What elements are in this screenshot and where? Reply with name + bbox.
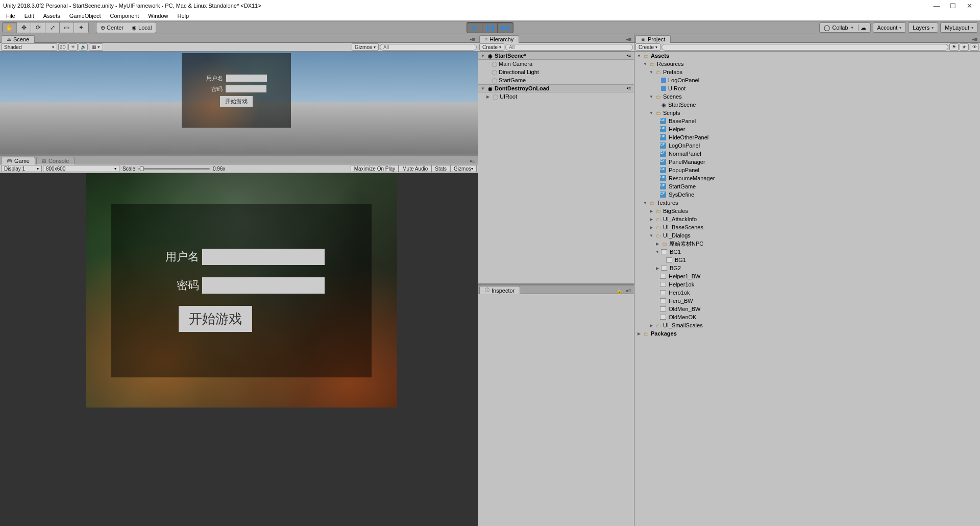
move-tool[interactable]: ✥ <box>17 22 31 33</box>
project-item[interactable]: C#SysDefine <box>634 190 980 199</box>
scene-tab[interactable]: ⛰Scene <box>1 35 35 43</box>
menu-gameobject[interactable]: GameObject <box>65 12 105 20</box>
unified-tool[interactable]: ✦ <box>74 22 88 33</box>
game-gizmos-dropdown[interactable]: Gizmos ▾ <box>450 165 477 172</box>
game-start-button[interactable]: 开始游戏 <box>179 306 252 332</box>
stats-toggle[interactable]: Stats <box>431 165 450 172</box>
game-password-input[interactable] <box>202 277 325 294</box>
pivot-toggle[interactable]: ⊕Center <box>96 22 128 33</box>
hierarchy-scene-startscene[interactable]: ▼◉StartScene*•≡ <box>478 52 634 60</box>
layers-dropdown[interactable]: Layers▾ <box>908 22 938 33</box>
minimize-button[interactable]: — <box>933 2 940 9</box>
project-item[interactable]: OldMen_BW <box>634 305 980 313</box>
hierarchy-create-dropdown[interactable]: Create ▾ <box>479 43 504 51</box>
console-tab[interactable]: ▤Console <box>36 157 75 164</box>
scale-slider[interactable] <box>138 168 210 170</box>
project-create-dropdown[interactable]: Create ▾ <box>635 43 660 51</box>
menu-file[interactable]: File <box>2 12 19 20</box>
project-folder-resources[interactable]: ▼🗀Resources <box>634 60 980 68</box>
layout-dropdown[interactable]: MyLayout▾ <box>940 22 978 33</box>
scale-tool[interactable]: ⤢ <box>45 22 60 33</box>
project-item[interactable]: ◉StartScene <box>634 101 980 109</box>
inspector-tab-menu[interactable]: ▪≡ <box>624 288 634 294</box>
project-item[interactable]: C#PanelManager <box>634 158 980 166</box>
project-folder[interactable]: ▶🗀BigScales <box>634 207 980 215</box>
project-item[interactable]: C#Helper <box>634 125 980 133</box>
hierarchy-item[interactable]: ▶◯UIRoot <box>478 92 634 101</box>
menu-assets[interactable]: Assets <box>39 12 64 20</box>
project-item[interactable]: C#LogOnPanel <box>634 141 980 150</box>
project-item[interactable]: OldMenOK <box>634 313 980 321</box>
scene-2d-toggle[interactable]: 2D <box>58 43 67 51</box>
scene-audio-toggle[interactable]: 🔊 <box>79 43 88 51</box>
project-folder-prefabs[interactable]: ▼🗀Prefabs <box>634 68 980 76</box>
hierarchy-item[interactable]: ◯Main Camera <box>478 60 634 68</box>
scene-view[interactable]: 用户名 密码 开始游戏 <box>0 52 478 154</box>
project-item[interactable]: Hero_BW <box>634 297 980 305</box>
project-item[interactable]: ▶BG2 <box>634 264 980 272</box>
menu-component[interactable]: Component <box>106 12 143 20</box>
close-button[interactable]: ✕ <box>966 2 973 9</box>
project-tab[interactable]: ▣Project <box>635 35 671 43</box>
project-item[interactable]: BG1 <box>634 256 980 264</box>
scene-search[interactable] <box>380 44 477 51</box>
hierarchy-item[interactable]: ◯StartGame <box>478 76 634 84</box>
maximize-on-play-toggle[interactable]: Maximize On Play <box>351 165 399 172</box>
inspector-lock-icon[interactable]: 🔒 <box>615 288 624 294</box>
menu-help[interactable]: Help <box>173 12 193 20</box>
project-item[interactable]: C#PopupPanel <box>634 166 980 174</box>
project-star-icon[interactable]: ★ <box>960 43 969 51</box>
project-folder[interactable]: ▶🗀UI_BaseScenes <box>634 223 980 231</box>
space-toggle[interactable]: ◉Local <box>128 22 156 33</box>
hierarchy-tab-menu[interactable]: ▪≡ <box>624 36 634 42</box>
project-folder[interactable]: ▶🗀UI_SmallScales <box>634 321 980 329</box>
project-folder[interactable]: ▶🗀原始素材NPC <box>634 240 980 248</box>
project-search[interactable] <box>662 44 948 51</box>
mute-audio-toggle[interactable]: Mute Audio <box>399 165 431 172</box>
aspect-dropdown[interactable]: 800x600▾ <box>43 165 119 172</box>
project-item[interactable]: C#NormalPanel <box>634 150 980 158</box>
hierarchy-scene-dontdestroy[interactable]: ▼◉DontDestroyOnLoad•≡ <box>478 84 634 92</box>
game-tab-menu[interactable]: ▪≡ <box>468 158 478 164</box>
inspector-tab[interactable]: ⓘInspector <box>479 286 520 294</box>
rect-tool[interactable]: ▭ <box>60 22 74 33</box>
rotate-tool[interactable]: ⟳ <box>31 22 45 33</box>
project-item[interactable]: UIRoot <box>634 84 980 92</box>
project-item[interactable]: Helper1_BW <box>634 272 980 280</box>
project-folder-textures[interactable]: ▼🗀Textures <box>634 199 980 207</box>
collab-dropdown[interactable]: ◯Collab▼☁ <box>819 22 870 33</box>
project-folder[interactable]: ▶🗀UI_AttackInfo <box>634 215 980 223</box>
project-folder-uidialogs[interactable]: ▼🗀UI_Dialogs <box>634 231 980 240</box>
project-folder-packages[interactable]: ▶🗀Packages <box>634 329 980 338</box>
gizmos-dropdown[interactable]: Gizmos▾ <box>352 43 379 51</box>
game-tab[interactable]: 🎮Game <box>1 157 35 164</box>
maximize-button[interactable]: ☐ <box>949 2 957 9</box>
scene-lighting-toggle[interactable]: ☀ <box>68 43 78 51</box>
project-item[interactable]: Hero1ok <box>634 289 980 297</box>
scene-shading-dropdown[interactable]: Shaded▾ <box>1 43 57 51</box>
project-folder-scripts[interactable]: ▼🗀Scripts <box>634 109 980 117</box>
project-item[interactable]: C#StartGame <box>634 182 980 190</box>
project-filter-icon[interactable]: ⚑ <box>949 43 959 51</box>
project-item[interactable]: C#BasePanel <box>634 117 980 125</box>
hierarchy-item[interactable]: ◯Directional Light <box>478 68 634 76</box>
project-item[interactable]: LogOnPanel <box>634 76 980 84</box>
hierarchy-tab[interactable]: ≡Hierarchy <box>479 35 519 43</box>
project-folder-scenes[interactable]: ▼🗀Scenes <box>634 92 980 101</box>
account-dropdown[interactable]: Account▾ <box>873 22 906 33</box>
project-item[interactable]: C#HideOtherPanel <box>634 133 980 141</box>
display-dropdown[interactable]: Display 1▾ <box>1 165 42 172</box>
game-view[interactable]: 用户名 密码 开始游戏 <box>0 173 478 526</box>
project-folder-assets[interactable]: ▼🗀Assets <box>634 52 980 60</box>
pause-button[interactable]: ❚❚ <box>482 22 498 33</box>
hand-tool[interactable]: ✋ <box>3 22 17 33</box>
menu-edit[interactable]: Edit <box>20 12 38 20</box>
menu-window[interactable]: Window <box>144 12 172 20</box>
hierarchy-search[interactable] <box>505 44 633 51</box>
scene-fx-toggle[interactable]: ▦ ▾ <box>89 43 103 51</box>
project-hidden-icon[interactable]: 👁 <box>970 43 979 51</box>
project-item[interactable]: C#ResourceManager <box>634 174 980 182</box>
scene-tab-menu[interactable]: ▪≡ <box>468 36 478 42</box>
step-button[interactable]: ▶❚ <box>498 22 513 33</box>
game-username-input[interactable] <box>202 249 325 265</box>
